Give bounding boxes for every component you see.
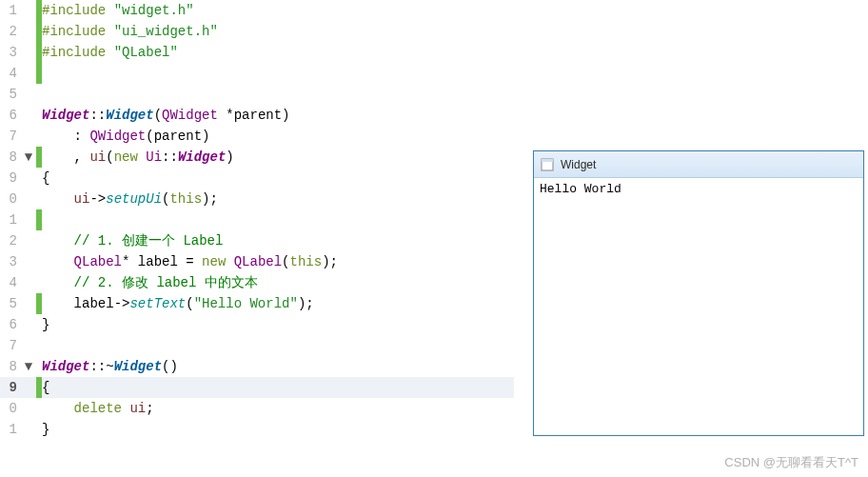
code-line[interactable]: { (42, 168, 514, 189)
app-icon (540, 157, 555, 172)
line-number: 3 (0, 42, 21, 63)
line-number: 4 (0, 63, 21, 84)
window-title: Widget (561, 158, 596, 171)
line-number: 7 (0, 335, 21, 356)
app-client-area: Hello World (534, 178, 863, 200)
code-area: 1 #include "widget.h" 2 #include "ui_wid… (0, 0, 514, 440)
fold-toggle[interactable]: ▼ (21, 356, 36, 377)
line-number: 6 (0, 314, 21, 335)
code-editor[interactable]: 1 #include "widget.h" 2 #include "ui_wid… (0, 0, 514, 440)
code-line[interactable] (42, 63, 514, 84)
code-line[interactable] (42, 84, 514, 105)
code-line[interactable]: Widget::~Widget() (42, 356, 514, 377)
code-line[interactable]: #include "widget.h" (42, 0, 514, 21)
hello-label: Hello World (540, 182, 621, 196)
line-number: 3 (0, 251, 21, 272)
line-number: 9 (0, 168, 21, 189)
code-line[interactable] (42, 209, 514, 230)
code-line[interactable]: } (42, 314, 514, 335)
line-number: 2 (0, 230, 21, 251)
code-line[interactable]: ui->setupUi(this); (42, 189, 514, 209)
line-number: 0 (0, 398, 21, 419)
line-number: 4 (0, 272, 21, 293)
code-line[interactable]: // 1. 创建一个 Label (42, 230, 514, 251)
code-line[interactable]: #include "QLabel" (42, 42, 514, 63)
code-line[interactable]: // 2. 修改 label 中的文本 (42, 272, 514, 293)
code-line[interactable] (42, 335, 514, 356)
line-number: 5 (0, 84, 21, 105)
code-line[interactable]: : QWidget(parent) (42, 126, 514, 147)
line-number: 1 (0, 209, 21, 230)
fold-gutter (21, 0, 36, 21)
line-number: 0 (0, 189, 21, 209)
line-number: 7 (0, 126, 21, 147)
line-number: 2 (0, 21, 21, 42)
code-line[interactable]: { (42, 377, 514, 398)
line-number: 8 (0, 356, 21, 377)
code-line[interactable]: } (42, 419, 514, 440)
code-line[interactable]: Widget::Widget(QWidget *parent) (42, 105, 514, 126)
line-number: 1 (0, 419, 21, 440)
watermark: CSDN @无聊看看天T^T (724, 454, 858, 471)
running-app-window[interactable]: Widget Hello World (533, 150, 864, 436)
code-line[interactable]: , ui(new Ui::Widget) (42, 147, 514, 168)
line-number: 6 (0, 105, 21, 126)
line-number: 8 (0, 147, 21, 168)
code-line[interactable]: #include "ui_widget.h" (42, 21, 514, 42)
fold-toggle[interactable]: ▼ (21, 147, 36, 168)
line-number: 9 (0, 377, 21, 398)
svg-rect-1 (542, 159, 553, 162)
titlebar[interactable]: Widget (534, 151, 863, 178)
line-number: 5 (0, 293, 21, 314)
code-line[interactable]: label->setText("Hello World"); (42, 293, 514, 314)
code-line[interactable]: QLabel* label = new QLabel(this); (42, 251, 514, 272)
code-line[interactable]: delete ui; (42, 398, 514, 419)
line-number: 1 (0, 0, 21, 21)
